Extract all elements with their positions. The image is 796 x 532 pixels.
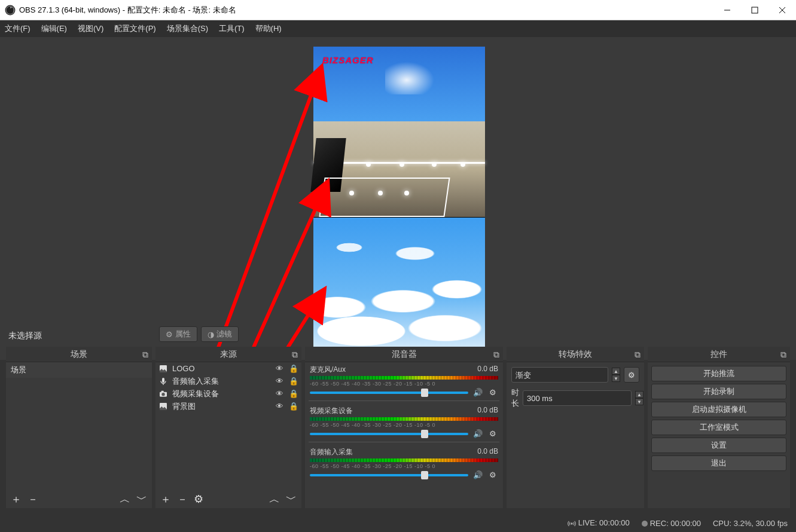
transition-type-select[interactable]: 渐变 — [511, 367, 608, 383]
status-live: LIVE: 00:00:00 — [578, 518, 630, 527]
mixer-track-level: 0.0 dB — [477, 406, 498, 416]
source-type-icon — [158, 363, 169, 374]
undock-icon[interactable]: ⧉ — [292, 350, 298, 360]
remove-scene-button[interactable]: － — [28, 492, 38, 506]
preview-layer-logo-bg: BIZSAGER — [313, 47, 485, 121]
remove-source-button[interactable]: － — [177, 492, 188, 506]
window-title: OBS 27.1.3 (64-bit, windows) - 配置文件: 未命名… — [19, 5, 236, 16]
menu-view[interactable]: 视图(V) — [78, 23, 103, 34]
filters-button[interactable]: ◑ 滤镜 — [201, 326, 239, 342]
transition-duration-input[interactable] — [523, 390, 632, 406]
mute-button[interactable]: 🔊 — [472, 388, 484, 397]
source-row[interactable]: 背景图👁🔒 — [155, 400, 301, 412]
source-name: 视频采集设备 — [172, 389, 270, 399]
visibility-toggle-icon[interactable]: 👁 — [274, 389, 285, 398]
audio-scale: -60 -55 -50 -45 -40 -35 -30 -25 -20 -15 … — [310, 463, 498, 469]
menu-help[interactable]: 帮助(H) — [255, 23, 282, 34]
undock-icon[interactable]: ⧉ — [780, 350, 786, 360]
preview-layer-video-capture — [313, 121, 485, 217]
source-row[interactable]: LOGO👁🔒 — [155, 362, 301, 375]
control-button[interactable]: 开始录制 — [651, 384, 786, 399]
move-scene-down-button[interactable]: ﹀ — [136, 492, 147, 506]
mute-button[interactable]: 🔊 — [472, 429, 484, 438]
transitions-panel-title: 转场特效 — [559, 349, 592, 360]
preview-canvas[interactable]: BIZSAGER — [313, 47, 485, 351]
broadcast-icon — [568, 518, 576, 527]
transitions-panel: 转场特效⧉ 渐变 ▲▼ ⚙ 时长 ▲▼ — [507, 347, 644, 508]
transition-down-button[interactable]: ▼ — [612, 375, 620, 382]
duration-down-button[interactable]: ▼ — [635, 398, 643, 405]
visibility-toggle-icon[interactable]: 👁 — [274, 364, 285, 373]
transition-up-button[interactable]: ▲ — [612, 368, 620, 375]
control-button[interactable]: 工作室模式 — [651, 420, 786, 435]
menu-scene-collection[interactable]: 场景集合(S) — [167, 23, 208, 34]
menu-profile[interactable]: 配置文件(P) — [114, 23, 155, 34]
lock-toggle-icon[interactable]: 🔒 — [288, 389, 299, 398]
source-row[interactable]: 音频输入采集👁🔒 — [155, 375, 301, 387]
transition-settings-button[interactable]: ⚙ — [624, 367, 639, 383]
sources-panel: 来源⧉ LOGO👁🔒音频输入采集👁🔒视频采集设备👁🔒背景图👁🔒 ＋ － ⚙ ︿ … — [155, 347, 301, 508]
svg-point-12 — [161, 393, 164, 396]
menu-file[interactable]: 文件(F) — [5, 23, 31, 34]
window-maximize-button[interactable] — [741, 0, 768, 20]
lock-toggle-icon[interactable]: 🔒 — [288, 364, 299, 373]
mute-button[interactable]: 🔊 — [472, 470, 484, 479]
mixer-track-name: 麦克风/Aux — [310, 365, 346, 375]
scenes-panel: 场景⧉ 场景 ＋ － ︿ ﹀ — [6, 347, 152, 508]
scene-item[interactable]: 场景 — [6, 362, 152, 378]
move-source-up-button[interactable]: ︿ — [269, 492, 280, 506]
visibility-toggle-icon[interactable]: 👁 — [274, 377, 285, 386]
source-name: 背景图 — [172, 401, 270, 412]
window-titlebar: OBS 27.1.3 (64-bit, windows) - 配置文件: 未命名… — [0, 0, 796, 20]
lock-toggle-icon[interactable]: 🔒 — [288, 377, 299, 386]
mixer-track: 麦克风/Aux0.0 dB-60 -55 -50 -45 -40 -35 -30… — [305, 362, 503, 398]
window-close-button[interactable] — [768, 0, 796, 20]
preview-layer-background-image — [313, 218, 485, 351]
preview-area[interactable]: BIZSAGER — [0, 37, 796, 360]
preview-brand-text: BIZSAGER — [322, 55, 374, 65]
add-scene-button[interactable]: ＋ — [11, 492, 22, 506]
sources-panel-title: 来源 — [220, 349, 237, 360]
record-dot-icon — [642, 521, 648, 527]
move-scene-up-button[interactable]: ︿ — [120, 492, 130, 506]
status-rec: REC: 00:00:00 — [650, 519, 701, 528]
visibility-toggle-icon[interactable]: 👁 — [274, 402, 285, 411]
duration-up-button[interactable]: ▲ — [635, 391, 643, 398]
audio-scale: -60 -55 -50 -45 -40 -35 -30 -25 -20 -15 … — [310, 381, 498, 387]
menu-edit[interactable]: 编辑(E) — [41, 23, 67, 34]
add-source-button[interactable]: ＋ — [160, 492, 171, 506]
properties-button[interactable]: ⚙ 属性 — [159, 326, 197, 342]
status-bar: LIVE: 00:00:00 REC: 00:00:00 CPU: 3.2%, … — [0, 514, 796, 532]
menu-tools[interactable]: 工具(T) — [219, 23, 245, 34]
controls-panel-title: 控件 — [710, 349, 727, 360]
window-minimize-button[interactable] — [713, 0, 741, 20]
control-button[interactable]: 退出 — [651, 455, 786, 471]
svg-rect-10 — [162, 378, 164, 383]
filter-icon: ◑ — [208, 330, 214, 339]
volume-slider[interactable] — [310, 474, 468, 476]
volume-slider[interactable] — [310, 433, 468, 435]
source-name: LOGO — [172, 364, 270, 373]
control-button[interactable]: 设置 — [651, 438, 786, 453]
track-settings-button[interactable]: ⚙ — [487, 388, 498, 397]
svg-point-15 — [571, 523, 572, 524]
control-button[interactable]: 开始推流 — [651, 366, 786, 381]
audio-scale: -60 -55 -50 -45 -40 -35 -30 -25 -20 -15 … — [310, 422, 498, 428]
undock-icon[interactable]: ⧉ — [635, 350, 641, 360]
track-settings-button[interactable]: ⚙ — [487, 429, 498, 438]
audio-meter — [310, 376, 498, 380]
undock-icon[interactable]: ⧉ — [142, 350, 148, 360]
lock-toggle-icon[interactable]: 🔒 — [288, 402, 299, 411]
move-source-down-button[interactable]: ﹀ — [286, 492, 297, 506]
source-properties-button[interactable]: ⚙ — [194, 493, 203, 506]
control-button[interactable]: 启动虚拟摄像机 — [651, 402, 786, 417]
track-settings-button[interactable]: ⚙ — [487, 470, 498, 479]
audio-meter — [310, 458, 498, 462]
mixer-track-name: 音频输入采集 — [310, 447, 353, 457]
transition-duration-label: 时长 — [511, 387, 519, 409]
volume-slider[interactable] — [310, 392, 468, 394]
mixer-track: 音频输入采集0.0 dB-60 -55 -50 -45 -40 -35 -30 … — [305, 445, 503, 481]
undock-icon[interactable]: ⧉ — [493, 350, 499, 360]
source-row[interactable]: 视频采集设备👁🔒 — [155, 387, 301, 400]
gear-icon: ⚙ — [166, 330, 173, 339]
